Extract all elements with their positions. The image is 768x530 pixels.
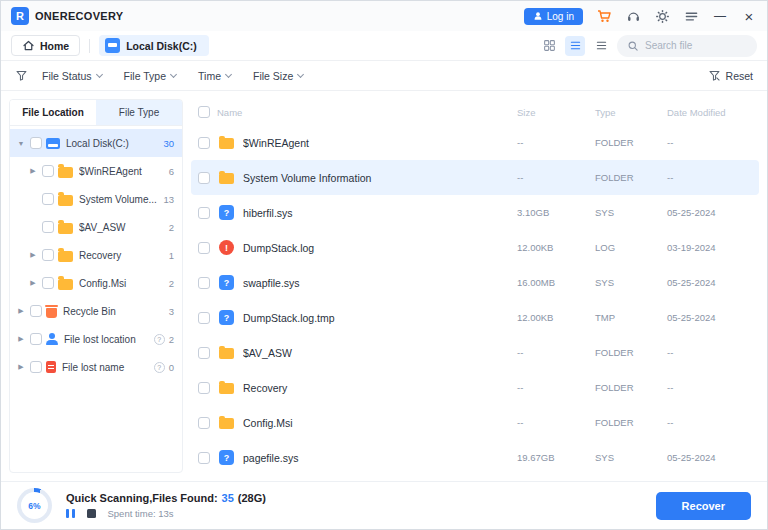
tree-item-av-asw[interactable]: $AV_ASW 2 <box>10 213 182 241</box>
help-icon[interactable] <box>154 362 165 373</box>
row-checkbox[interactable] <box>198 452 210 464</box>
select-all-checkbox[interactable] <box>198 106 210 118</box>
table-row-pagefile-sys[interactable]: pagefile.sys 19.67GB SYS 05-25-2024 <box>191 440 759 473</box>
app-logo-icon: R <box>11 7 29 25</box>
login-button[interactable]: Log in <box>524 8 583 25</box>
row-checkbox[interactable] <box>198 207 210 219</box>
file-type: FOLDER <box>595 417 667 428</box>
row-checkbox[interactable] <box>198 242 210 254</box>
tree-checkbox[interactable] <box>42 193 54 205</box>
search-box[interactable] <box>617 35 757 57</box>
help-icon[interactable] <box>154 334 165 345</box>
column-header-type[interactable]: Type <box>595 107 667 118</box>
home-button[interactable]: Home <box>11 35 80 56</box>
table-row-dumpstack-log-tmp[interactable]: DumpStack.log.tmp 12.00KB TMP 05-25-2024 <box>191 300 759 335</box>
column-header-size[interactable]: Size <box>517 107 595 118</box>
file-name: Recovery <box>243 382 517 394</box>
tree-item-system-volume[interactable]: System Volume... 13 <box>10 185 182 213</box>
expand-arrow-icon[interactable]: ▶ <box>16 335 26 343</box>
table-row-dumpstack-log[interactable]: DumpStack.log 12.00KB LOG 03-19-2024 <box>191 230 759 265</box>
row-checkbox[interactable] <box>198 417 210 429</box>
reset-filters-button[interactable]: Reset <box>708 69 753 82</box>
headset-icon[interactable] <box>625 8 641 24</box>
table-row-hiberfil-sys[interactable]: hiberfil.sys 3.10GB SYS 05-25-2024 <box>191 195 759 230</box>
tree-checkbox[interactable] <box>30 361 42 373</box>
column-header-date[interactable]: Date Modified <box>667 107 759 118</box>
menu-icon[interactable] <box>683 8 699 24</box>
minimize-icon[interactable]: — <box>712 8 728 24</box>
tree-checkbox[interactable] <box>42 277 54 289</box>
row-checkbox[interactable] <box>198 382 210 394</box>
filter-dropdown-time[interactable]: Time <box>198 70 231 82</box>
search-icon <box>627 40 639 52</box>
tree-checkbox[interactable] <box>30 333 42 345</box>
row-checkbox[interactable] <box>198 347 210 359</box>
view-detail-button[interactable] <box>591 36 611 56</box>
search-input[interactable] <box>645 40 747 51</box>
folder-icon <box>58 223 73 234</box>
tree-label: System Volume... <box>79 194 159 205</box>
tree-checkbox[interactable] <box>42 165 54 177</box>
app-title: ONERECOVERY <box>35 10 123 22</box>
filter-dropdown-file-status[interactable]: File Status <box>42 70 102 82</box>
expand-arrow-icon[interactable]: ▶ <box>16 363 26 371</box>
stop-button[interactable] <box>87 509 96 518</box>
cart-icon[interactable] <box>596 8 612 24</box>
filter-dropdown-file-size[interactable]: File Size <box>253 70 303 82</box>
content: File Location File Type ▼ Local Disk(C:)… <box>1 91 767 481</box>
tree-item-config-msi[interactable]: ▶ Config.Msi 2 <box>10 269 182 297</box>
row-checkbox[interactable] <box>198 312 210 324</box>
table-row-recovery[interactable]: Recovery -- FOLDER -- <box>191 370 759 405</box>
table-row-swapfile-sys[interactable]: swapfile.sys 16.00MB SYS 05-25-2024 <box>191 265 759 300</box>
file-size: 12.00KB <box>517 242 595 253</box>
row-checkbox[interactable] <box>198 172 210 184</box>
filter-label: Time <box>198 70 221 82</box>
view-list-button-active[interactable] <box>565 36 585 56</box>
sidebar-tab-file-type[interactable]: File Type <box>96 100 182 125</box>
chevron-down-icon <box>170 70 177 77</box>
file-size: 16.00MB <box>517 277 595 288</box>
expand-arrow-icon[interactable]: ▶ <box>28 251 38 259</box>
tree-item-recovery[interactable]: ▶ Recovery 1 <box>10 241 182 269</box>
navbar: Home Local Disk(C:) <box>1 31 767 61</box>
sidebar-tab-file-location[interactable]: File Location <box>10 100 96 125</box>
expand-arrow-icon[interactable]: ▶ <box>28 279 38 287</box>
tree-item-winreagent[interactable]: ▶ $WinREAgent 6 <box>10 157 182 185</box>
tree-checkbox[interactable] <box>42 221 54 233</box>
tree-label: Config.Msi <box>79 278 165 289</box>
row-checkbox[interactable] <box>198 137 210 149</box>
reset-funnel-icon <box>708 69 721 82</box>
expand-arrow-icon[interactable]: ▼ <box>16 140 26 147</box>
tree-item-file-lost-name[interactable]: ▶ File lost name 0 <box>10 353 182 381</box>
tree-checkbox[interactable] <box>42 249 54 261</box>
column-header-name[interactable]: Name <box>217 107 517 118</box>
divider <box>89 39 90 53</box>
gear-icon[interactable] <box>654 8 670 24</box>
folder-icon <box>58 279 73 290</box>
brand: R ONERECOVERY <box>11 7 123 25</box>
tree-label: $AV_ASW <box>79 222 165 233</box>
file-name: $AV_ASW <box>243 347 517 359</box>
tab-local-disk-c[interactable]: Local Disk(C:) <box>99 35 209 56</box>
view-grid-button[interactable] <box>539 36 559 56</box>
tree-checkbox[interactable] <box>30 305 42 317</box>
folder-file-icon <box>219 173 234 184</box>
file-table: Name Size Type Date Modified $WinREAgent… <box>191 99 759 473</box>
close-icon[interactable]: × <box>741 8 757 24</box>
tree-item-local-disk-c[interactable]: ▼ Local Disk(C:) 30 <box>10 129 182 157</box>
recover-button[interactable]: Recover <box>656 492 751 520</box>
expand-arrow-icon[interactable]: ▶ <box>28 167 38 175</box>
tree-count: 1 <box>169 250 174 261</box>
filter-dropdown-file-type[interactable]: File Type <box>124 70 176 82</box>
row-checkbox[interactable] <box>198 277 210 289</box>
tree-item-file-lost-location[interactable]: ▶ File lost location 2 <box>10 325 182 353</box>
tree-checkbox[interactable] <box>30 137 42 149</box>
table-row-config-msi[interactable]: Config.Msi -- FOLDER -- <box>191 405 759 440</box>
table-row-av-asw[interactable]: $AV_ASW -- FOLDER -- <box>191 335 759 370</box>
table-row-system-volume-information[interactable]: System Volume Information -- FOLDER -- <box>191 160 759 195</box>
tree-item-recycle-bin[interactable]: ▶ Recycle Bin 3 <box>10 297 182 325</box>
pause-button[interactable] <box>66 509 75 518</box>
app-window: R ONERECOVERY Log in — × Home Local Disk… <box>0 0 768 530</box>
expand-arrow-icon[interactable]: ▶ <box>16 307 26 315</box>
table-row-winreagent[interactable]: $WinREAgent -- FOLDER -- <box>191 125 759 160</box>
